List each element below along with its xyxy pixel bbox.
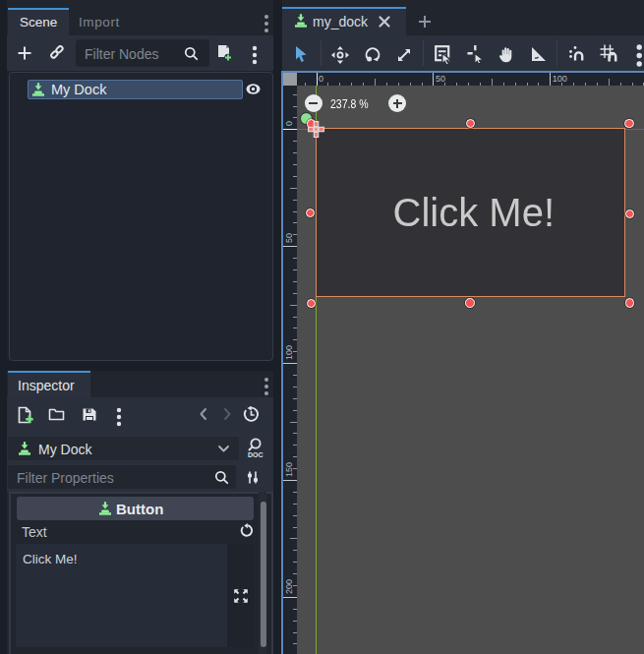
svg-text:DOC: DOC <box>248 451 263 458</box>
